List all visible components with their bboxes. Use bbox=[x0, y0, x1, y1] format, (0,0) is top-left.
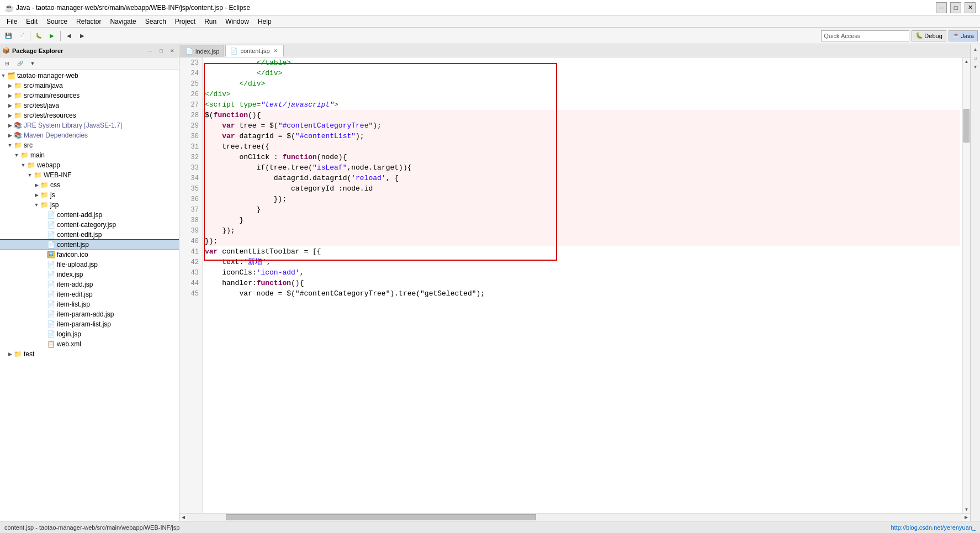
tab-content-jsp-tab[interactable]: 📄content.jsp✕ bbox=[225, 45, 283, 57]
menu-item-source[interactable]: Source bbox=[42, 17, 72, 27]
file-icon-content-edit-jsp: 📄 bbox=[46, 230, 55, 239]
toggle-css[interactable]: ▶ bbox=[33, 182, 40, 188]
close-button[interactable]: ✕ bbox=[965, 2, 976, 13]
rs-btn-1[interactable]: ▲ bbox=[972, 45, 979, 53]
toolbar-btn-back[interactable]: ◀ bbox=[63, 30, 75, 42]
tree-item-item-param-list-jsp[interactable]: 📄item-param-list.jsp bbox=[0, 319, 179, 329]
tree-item-js[interactable]: ▶📁js bbox=[0, 190, 179, 200]
toggle-test[interactable]: ▶ bbox=[7, 351, 13, 357]
tab-index-jsp-tab[interactable]: 📄index.jsp bbox=[181, 45, 224, 57]
vertical-scrollbar[interactable]: ▲ ▼ bbox=[962, 57, 970, 513]
scroll-right-arrow[interactable]: ▶ bbox=[962, 514, 970, 521]
menu-item-window[interactable]: Window bbox=[221, 17, 253, 27]
menu-item-help[interactable]: Help bbox=[253, 17, 276, 27]
tree-item-maven-deps[interactable]: ▶📚Maven Dependencies bbox=[0, 130, 179, 140]
scroll-down-arrow[interactable]: ▼ bbox=[963, 505, 970, 513]
tab-icon-index-jsp-tab: 📄 bbox=[186, 48, 193, 55]
menu-item-file[interactable]: File bbox=[2, 17, 22, 27]
menu-item-project[interactable]: Project bbox=[171, 17, 200, 27]
menu-item-edit[interactable]: Edit bbox=[22, 17, 42, 27]
tree-item-item-list-jsp[interactable]: 📄item-list.jsp bbox=[0, 299, 179, 309]
tree-item-web-inf[interactable]: ▼📁WEB-INF bbox=[0, 170, 179, 180]
file-icon-web-xml: 📋 bbox=[46, 340, 55, 349]
rs-btn-3[interactable]: ▼ bbox=[972, 63, 979, 71]
tree-item-test[interactable]: ▶📁test bbox=[0, 349, 179, 359]
toggle-taotao-manager-web[interactable]: ▼ bbox=[0, 73, 7, 78]
rs-btn-2[interactable]: □ bbox=[972, 54, 979, 62]
toggle-webapp[interactable]: ▼ bbox=[20, 162, 27, 168]
tree-item-jsp[interactable]: ▼📁jsp bbox=[0, 200, 179, 210]
toolbar-btn-new[interactable]: 📄 bbox=[15, 30, 28, 42]
tree-item-main[interactable]: ▼📁main bbox=[0, 150, 179, 160]
toggle-jsp[interactable]: ▼ bbox=[33, 202, 40, 208]
perspective-debug-btn[interactable]: 🐛 Debug bbox=[912, 30, 946, 41]
quick-access-box[interactable]: Quick Access bbox=[821, 30, 909, 41]
scroll-up-arrow[interactable]: ▲ bbox=[963, 57, 970, 65]
h-scroll-thumb[interactable] bbox=[226, 514, 536, 520]
tree-item-taotao-manager-web[interactable]: ▼🗂️taotao-manager-web bbox=[0, 71, 179, 81]
pe-view-menu-btn[interactable]: ▼ bbox=[27, 57, 39, 70]
file-label-item-list-jsp: item-list.jsp bbox=[57, 300, 90, 308]
tree-item-content-jsp[interactable]: 📄content.jsp bbox=[0, 240, 179, 250]
tree-item-favicon-ico[interactable]: 🖼️favicon.ico bbox=[0, 250, 179, 260]
tree-item-src-main-resources[interactable]: ▶📁src/main/resources bbox=[0, 91, 179, 101]
tree-item-content-add-jsp[interactable]: 📄content-add.jsp bbox=[0, 210, 179, 220]
menu-item-search[interactable]: Search bbox=[141, 17, 171, 27]
scroll-track[interactable] bbox=[963, 65, 970, 505]
toolbar-btn-save[interactable]: 💾 bbox=[2, 30, 14, 42]
tree-item-src[interactable]: ▼📁src bbox=[0, 140, 179, 150]
tree-item-file-upload-jsp[interactable]: 📄file-upload.jsp bbox=[0, 260, 179, 270]
minimize-button[interactable]: ─ bbox=[936, 2, 947, 13]
h-scroll-track[interactable] bbox=[187, 514, 962, 521]
menu-item-refactor[interactable]: Refactor bbox=[72, 17, 105, 27]
tree-item-item-param-add-jsp[interactable]: 📄item-param-add.jsp bbox=[0, 309, 179, 319]
toggle-src-main-java[interactable]: ▶ bbox=[7, 83, 13, 88]
tree-item-content-category-jsp[interactable]: 📄content-category.jsp bbox=[0, 220, 179, 230]
status-bar: content.jsp - taotao-manager-web/src/mai… bbox=[0, 521, 980, 533]
line-num-34: 34 bbox=[179, 173, 202, 183]
toggle-jre-system[interactable]: ▶ bbox=[7, 123, 13, 128]
debug-icon: 🐛 bbox=[915, 32, 923, 39]
tree-item-item-add-jsp[interactable]: 📄item-add.jsp bbox=[0, 279, 179, 289]
tree-item-webapp[interactable]: ▼📁webapp bbox=[0, 160, 179, 170]
tree-item-css[interactable]: ▶📁css bbox=[0, 180, 179, 190]
tree-item-web-xml[interactable]: 📋web.xml bbox=[0, 339, 179, 349]
toolbar-btn-run[interactable]: ▶ bbox=[46, 30, 58, 42]
tab-close-content-jsp-tab[interactable]: ✕ bbox=[272, 48, 279, 54]
tree-item-index-jsp[interactable]: 📄index.jsp bbox=[0, 270, 179, 279]
tree-item-login-jsp[interactable]: 📄login.jsp bbox=[0, 329, 179, 339]
toggle-main[interactable]: ▼ bbox=[13, 152, 20, 158]
toggle-maven-deps[interactable]: ▶ bbox=[7, 133, 13, 138]
toolbar-btn-debug[interactable]: 🐛 bbox=[33, 30, 45, 42]
toggle-src-test-java[interactable]: ▶ bbox=[7, 103, 13, 108]
toggle-src[interactable]: ▼ bbox=[7, 143, 13, 148]
scroll-left-arrow[interactable]: ◀ bbox=[179, 514, 187, 521]
pe-maximize-btn[interactable]: □ bbox=[157, 46, 166, 55]
menu-bar: FileEditSourceRefactorNavigateSearchProj… bbox=[0, 15, 980, 28]
tree-item-item-edit-jsp[interactable]: 📄item-edit.jsp bbox=[0, 289, 179, 299]
tree-item-src-test-resources[interactable]: ▶📁src/test/resources bbox=[0, 110, 179, 120]
toggle-web-inf[interactable]: ▼ bbox=[27, 172, 33, 178]
toggle-js[interactable]: ▶ bbox=[33, 192, 40, 198]
pe-minimize-btn[interactable]: ─ bbox=[146, 46, 155, 55]
maximize-button[interactable]: □ bbox=[950, 2, 961, 13]
perspective-java-btn[interactable]: ☕ Java bbox=[949, 30, 978, 41]
tree-item-src-test-java[interactable]: ▶📁src/test/java bbox=[0, 101, 179, 110]
package-explorer-icon: 📦 bbox=[2, 47, 10, 54]
menu-item-run[interactable]: Run bbox=[200, 17, 221, 27]
menu-item-navigate[interactable]: Navigate bbox=[105, 17, 140, 27]
tree-item-src-main-java[interactable]: ▶📁src/main/java bbox=[0, 81, 179, 91]
code-lines: </table> </div> </div></div><script type… bbox=[205, 57, 960, 299]
horizontal-scrollbar[interactable]: ◀ ▶ bbox=[179, 513, 970, 521]
scroll-thumb[interactable] bbox=[963, 109, 970, 143]
toggle-src-main-resources[interactable]: ▶ bbox=[7, 93, 13, 98]
tree-item-jre-system[interactable]: ▶📚JRE System Library [JavaSE-1.7] bbox=[0, 120, 179, 130]
code-area[interactable]: </table> </div> </div></div><script type… bbox=[203, 57, 962, 513]
tree-item-content-edit-jsp[interactable]: 📄content-edit.jsp bbox=[0, 230, 179, 240]
pe-close-btn[interactable]: ✕ bbox=[168, 46, 177, 55]
line-numbers: 2324252627282930313233343536373839404142… bbox=[179, 57, 203, 513]
toolbar-btn-forward[interactable]: ▶ bbox=[76, 30, 88, 42]
pe-link-editor-btn[interactable]: 🔗 bbox=[14, 57, 26, 70]
pe-collapse-btn[interactable]: ⊟ bbox=[1, 57, 13, 70]
toggle-src-test-resources[interactable]: ▶ bbox=[7, 113, 13, 118]
